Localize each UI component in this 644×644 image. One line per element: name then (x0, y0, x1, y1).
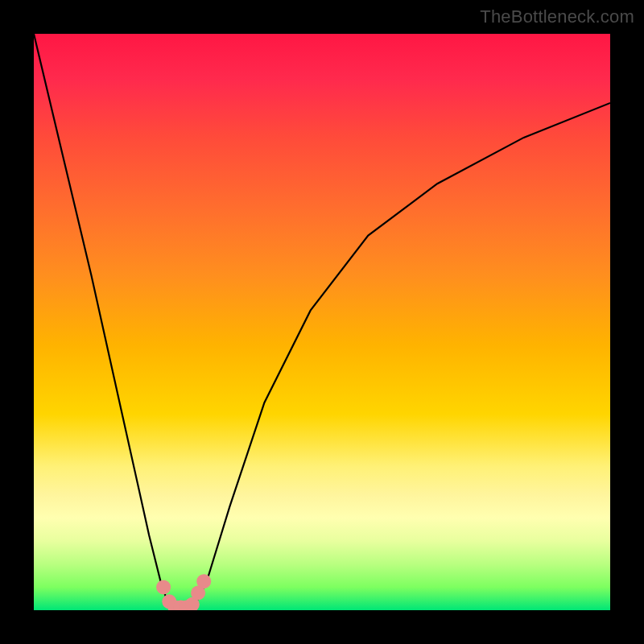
marker-point (156, 580, 171, 594)
chart-frame: TheBottleneck.com (0, 0, 644, 644)
bottleneck-curve (34, 34, 610, 610)
marker-point (196, 574, 211, 588)
chart-svg (34, 34, 610, 610)
highlight-markers (156, 574, 211, 610)
watermark-text: TheBottleneck.com (480, 6, 634, 27)
plot-area (34, 34, 610, 610)
